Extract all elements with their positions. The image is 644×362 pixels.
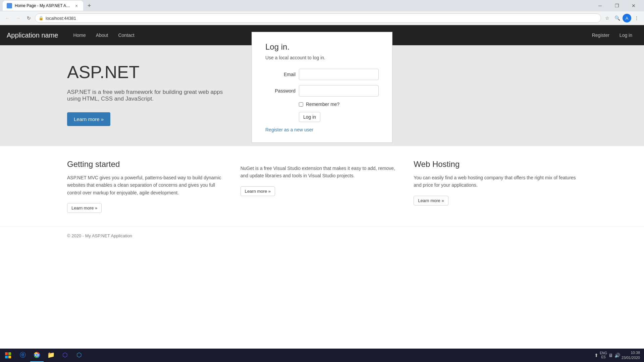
email-input[interactable] xyxy=(299,69,379,80)
card-desc-0: ASP.NET MVC gives you a powerful, patter… xyxy=(67,174,230,196)
email-label: Email xyxy=(265,72,296,77)
nav-contact[interactable]: Contact xyxy=(113,25,139,45)
toolbar-right: ☆ 🔍 A ⋮ xyxy=(602,13,641,23)
reload-button[interactable]: ↻ xyxy=(24,13,34,23)
remember-me-checkbox[interactable] xyxy=(299,102,303,107)
nav-home[interactable]: Home xyxy=(68,25,91,45)
app-nav-links: Home About Contact xyxy=(68,25,139,45)
footer-text: © 2020 - My ASP.NET Application xyxy=(67,233,132,238)
app-nav-right: Register Log in xyxy=(587,25,637,45)
cards-section: Getting started ASP.NET MVC gives you a … xyxy=(0,146,644,226)
new-tab-button[interactable]: + xyxy=(85,1,94,10)
search-icon[interactable]: 🔍 xyxy=(612,13,622,23)
login-modal: Log in. Use a local account to log in. E… xyxy=(252,32,392,143)
app-footer: © 2020 - My ASP.NET Application xyxy=(0,226,644,245)
register-link[interactable]: Register as a new user xyxy=(265,127,379,132)
card-desc-1: NuGet is a free Visual Studio extension … xyxy=(240,165,404,180)
back-button[interactable]: ← xyxy=(3,13,12,23)
browser-chrome: Home Page - My ASP.NET Applic... ✕ + ─ ❐… xyxy=(0,0,644,25)
profile-icon[interactable]: A xyxy=(623,14,631,22)
remember-me-group: Remember me? xyxy=(299,102,379,107)
card-learn-more-button-2[interactable]: Learn more » xyxy=(414,196,448,205)
minimize-button[interactable]: ─ xyxy=(592,0,608,11)
tab-title: Home Page - My ASP.NET Applic... xyxy=(15,3,71,8)
hero-description: ASP.NET is a free web framework for buil… xyxy=(67,89,228,102)
address-text: localhost:44381 xyxy=(46,16,597,21)
email-form-group: Email xyxy=(265,69,379,80)
browser-titlebar: Home Page - My ASP.NET Applic... ✕ + ─ ❐… xyxy=(0,0,644,11)
forward-button[interactable]: → xyxy=(13,13,23,23)
tab-favicon xyxy=(7,3,12,8)
card-getting-started: Getting started ASP.NET MVC gives you a … xyxy=(67,160,230,213)
login-button[interactable]: Log in xyxy=(299,112,320,122)
card-nuget: NuGet is a free Visual Studio extension … xyxy=(240,160,404,213)
card-learn-more-button-0[interactable]: Learn more » xyxy=(67,203,102,213)
hero-learn-more-button[interactable]: Learn more » xyxy=(67,112,110,126)
remember-me-label[interactable]: Remember me? xyxy=(306,102,339,107)
main-content: Application name Home About Contact Regi… xyxy=(0,25,644,245)
settings-icon[interactable]: ⋮ xyxy=(632,13,641,23)
address-bar[interactable]: 🔒 localhost:44381 xyxy=(35,13,601,23)
nav-register[interactable]: Register xyxy=(587,25,614,45)
card-learn-more-button-1[interactable]: Learn more » xyxy=(240,186,275,196)
restore-button[interactable]: ❐ xyxy=(609,0,625,11)
app-brand: Application name xyxy=(7,32,58,39)
browser-toolbar: ← → ↻ 🔒 localhost:44381 ☆ 🔍 A ⋮ xyxy=(0,11,644,25)
nav-login[interactable]: Log in xyxy=(614,25,637,45)
modal-title: Log in. xyxy=(265,42,379,52)
nav-about[interactable]: About xyxy=(91,25,113,45)
close-window-button[interactable]: ✕ xyxy=(626,0,641,11)
modal-subtitle: Use a local account to log in. xyxy=(265,55,379,60)
password-input[interactable] xyxy=(299,85,379,97)
card-title-2: Web Hosting xyxy=(414,160,577,169)
tab-close-button[interactable]: ✕ xyxy=(74,3,79,8)
lock-icon: 🔒 xyxy=(39,16,44,20)
card-desc-2: You can easily find a web hosting compan… xyxy=(414,174,577,189)
password-label: Password xyxy=(265,88,296,94)
password-form-group: Password xyxy=(265,85,379,97)
card-title-0: Getting started xyxy=(67,160,230,169)
browser-tab[interactable]: Home Page - My ASP.NET Applic... ✕ xyxy=(3,1,83,11)
card-hosting: Web Hosting You can easily find a web ho… xyxy=(414,160,577,213)
bookmark-star-icon[interactable]: ☆ xyxy=(602,13,612,23)
